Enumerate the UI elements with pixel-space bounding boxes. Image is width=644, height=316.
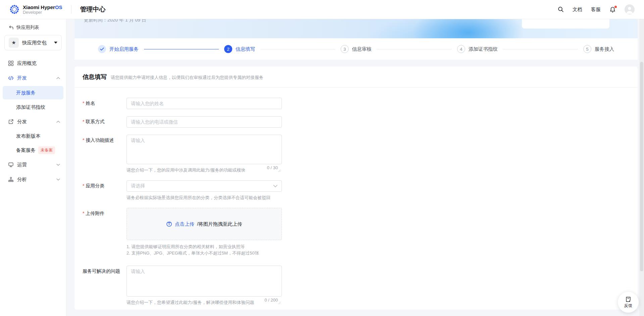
- banner-update-time: 更新时间：2020 年 1 月 09 日: [84, 19, 146, 23]
- field-label-category: 应用分类: [83, 180, 127, 201]
- check-icon: [100, 47, 104, 51]
- select-placeholder: 请选择: [131, 183, 273, 189]
- sitemap-icon: [8, 177, 14, 182]
- step-connector: [503, 49, 578, 49]
- hero-banner: 更新时间：2020 年 1 月 09 日: [75, 19, 638, 38]
- upload-text: /将图片拖拽至此上传: [197, 221, 242, 227]
- step-number: 5: [583, 45, 591, 53]
- return-arrow-icon: [9, 25, 14, 30]
- field-label-feature-desc: 接入功能描述: [83, 135, 127, 173]
- scrollbar-track: [639, 19, 644, 316]
- chevron-up-icon[interactable]: [56, 77, 60, 79]
- field-label-upload: 上传附件: [83, 208, 127, 256]
- star-icon: ★: [9, 38, 19, 48]
- step-add-cert: 4 添加证书指纹: [457, 45, 498, 53]
- banner-card: [522, 19, 609, 29]
- monitor-icon: [8, 162, 14, 168]
- external-link-icon: [8, 119, 14, 125]
- name-input[interactable]: [127, 98, 282, 109]
- step-fill-info: 2 信息填写: [224, 45, 255, 53]
- category-select[interactable]: 请选择: [127, 180, 282, 192]
- chevron-down-icon[interactable]: [56, 164, 60, 166]
- feedback-button[interactable]: 反馈: [618, 292, 639, 313]
- notification-bell-icon[interactable]: [609, 6, 616, 13]
- step-number: 4: [457, 45, 465, 53]
- nav-docs[interactable]: 文档: [573, 6, 582, 13]
- upload-dropzone[interactable]: 点击上传/将图片拖拽至此上传: [127, 208, 282, 240]
- form-title: 信息填写: [83, 73, 107, 81]
- field-label-contact: 联系方式: [83, 116, 127, 128]
- upload-link[interactable]: 点击上传: [175, 221, 194, 227]
- step-review: 3 信息审核: [341, 45, 371, 53]
- sidebar-group-operation[interactable]: 运营: [0, 157, 66, 172]
- sidebar-item-overview[interactable]: 应用概览: [0, 56, 66, 71]
- main-area: 更新时间：2020 年 1 月 09 日 开始启用服务 2 信息填写 3: [66, 19, 644, 316]
- back-label: 快应用列表: [16, 25, 39, 31]
- sidebar-group-distribution[interactable]: 分发: [0, 114, 66, 129]
- field-hint: 请您介绍一下，您的应用中涉及调用此能力/服务的功能或模块: [127, 167, 282, 173]
- sidebar-item-label: 备案服务: [16, 147, 36, 153]
- unfiled-badge: 未备案: [38, 146, 55, 154]
- step-label: 信息审核: [352, 46, 371, 52]
- nav-support[interactable]: 客服: [591, 6, 601, 13]
- brand-line1: Xiaomi Hyper: [23, 4, 55, 10]
- page-title: 管理中心: [80, 5, 106, 14]
- step-label: 添加证书指纹: [468, 46, 498, 52]
- field-label-problems: 服务可解决的问题: [83, 266, 127, 306]
- problems-textarea[interactable]: [127, 266, 282, 297]
- sidebar-item-add-cert[interactable]: 添加证书指纹: [0, 100, 66, 114]
- step-label: 开始启用服务: [109, 46, 139, 52]
- banner-decoration: [412, 19, 523, 38]
- info-form-card: 信息填写 请您提供能力申请对接人信息，以便我们在审核通过后为您提供专属的对接服务…: [75, 66, 638, 310]
- chevron-down-icon: [273, 185, 278, 187]
- step-start-service: 开始启用服务: [98, 45, 139, 53]
- sidebar-group-label: 分发: [17, 119, 27, 125]
- step-connector: [260, 49, 335, 49]
- brand-logo[interactable]: Xiaomi HyperOS Developer: [9, 4, 62, 15]
- step-connector: [377, 49, 452, 49]
- step-label: 服务接入: [595, 46, 614, 52]
- step-connector: [144, 49, 219, 49]
- brand-os: OS: [55, 4, 62, 10]
- sidebar-group-label: 开发: [17, 75, 27, 81]
- feedback-label: 反馈: [624, 303, 632, 309]
- step-number: 2: [224, 45, 232, 53]
- app-selector[interactable]: ★ 快应用空包: [4, 35, 62, 50]
- sidebar-item-release[interactable]: 发布新版本: [0, 129, 66, 143]
- sidebar-item-open-service[interactable]: 开放服务: [3, 86, 63, 99]
- contact-input[interactable]: [127, 116, 282, 128]
- step-check-circle: [98, 45, 106, 53]
- page: Xiaomi HyperOS Developer 管理中心 文档 客服: [0, 0, 644, 316]
- feedback-icon: [625, 296, 632, 303]
- feature-desc-textarea[interactable]: [127, 135, 282, 164]
- sidebar-back-to-list[interactable]: 快应用列表: [0, 24, 66, 32]
- sidebar-group-dev[interactable]: 开发: [0, 71, 66, 85]
- upload-icon: [166, 221, 172, 227]
- grid-icon: [8, 60, 14, 66]
- step-number: 3: [341, 45, 349, 53]
- top-header: Xiaomi HyperOS Developer 管理中心 文档 客服: [0, 0, 644, 19]
- sidebar-item-filing[interactable]: 备案服务 未备案: [0, 143, 66, 157]
- field-hint: 请务必根据实际场景选择您应用所在的分类，分类选择不合适可能会被驳回: [127, 194, 282, 201]
- chevron-up-icon[interactable]: [56, 121, 60, 123]
- form-subtitle: 请您提供能力申请对接人信息，以便我们在审核通过后为您提供专属的对接服务: [111, 74, 263, 81]
- scrollbar-thumb[interactable]: [640, 62, 643, 271]
- upload-hint-1: 1. 请您提供能够证明应用所在分类的相关材料，如营业执照等: [127, 243, 282, 250]
- sidebar-group-analysis[interactable]: 分析: [0, 172, 66, 187]
- stepper: 开始启用服务 2 信息填写 3 信息审核 4 添加证书指纹: [75, 38, 638, 60]
- sidebar: 快应用列表 ★ 快应用空包 应用概览 开发 开放服务: [0, 19, 66, 316]
- chevron-down-icon[interactable]: [56, 178, 60, 181]
- search-icon[interactable]: [558, 6, 564, 12]
- upload-hint-2: 2. 支持PNG、JPG、JPEG格式，单张大小不超过5M，不得超过50张: [127, 250, 282, 256]
- brand-name: Xiaomi HyperOS Developer: [23, 4, 62, 15]
- step-label: 信息填写: [236, 46, 255, 52]
- field-hint: 请您介绍一下，您希望通过此能力/服务，解决哪些使用和体验问题: [127, 299, 282, 306]
- xiaomi-hyperos-logo-icon: [9, 4, 19, 14]
- dropdown-caret-icon: [54, 42, 57, 44]
- sidebar-item-label: 应用概览: [17, 60, 37, 66]
- field-label-name: 姓名: [83, 98, 127, 109]
- sidebar-group-label: 分析: [17, 176, 27, 183]
- avatar[interactable]: [625, 4, 635, 14]
- app-selector-label: 快应用空包: [22, 40, 51, 46]
- step-service-access: 5 服务接入: [583, 45, 614, 53]
